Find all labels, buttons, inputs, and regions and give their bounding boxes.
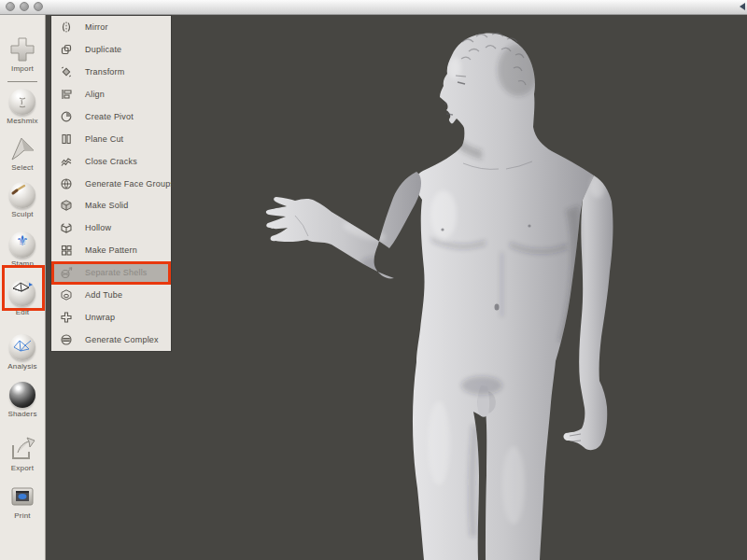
close-cracks-icon — [60, 155, 73, 168]
make-solid-icon — [60, 199, 73, 212]
sphere-wireframe-icon — [9, 280, 35, 306]
menu-item-align[interactable]: Align — [51, 83, 171, 105]
sidebar-label: Import — [0, 64, 45, 73]
close-button[interactable] — [6, 2, 15, 11]
sphere-fleur-icon: ⚜ — [9, 231, 35, 258]
sidebar-label: Print — [0, 511, 45, 520]
transform-icon — [60, 65, 73, 78]
export-arrow-icon — [9, 436, 35, 462]
menu-item-label: Hollow — [85, 223, 111, 232]
window-titlebar — [0, 0, 747, 15]
generate-complex-icon — [60, 333, 73, 346]
unwrap-icon — [60, 311, 73, 324]
menu-item-unwrap[interactable]: Unwrap — [51, 306, 171, 329]
menu-item-label: Unwrap — [85, 313, 115, 322]
sidebar-item-shaders[interactable]: Shaders — [0, 382, 45, 425]
sidebar-item-meshmix[interactable]: Meshmix — [0, 89, 45, 132]
sphere-mesh-icon — [9, 334, 35, 360]
face-groups-icon — [60, 177, 73, 190]
menu-item-label: Make Solid — [85, 201, 129, 210]
menu-item-transform[interactable]: Transform — [51, 61, 171, 83]
menu-item-label: Mirror — [85, 22, 108, 32]
sidebar-item-analysis[interactable]: Analysis — [0, 334, 45, 377]
sidebar-item-import[interactable]: Import — [0, 36, 45, 79]
add-tube-icon — [60, 288, 73, 301]
sidebar-label: Export — [0, 464, 45, 472]
sidebar-label: Stamp — [0, 259, 45, 268]
menu-item-duplicate[interactable]: Duplicate — [51, 38, 171, 61]
sidebar-item-sculpt[interactable]: Sculpt — [0, 182, 45, 225]
tool-sidebar: Import Meshmix Select Sculpt — [0, 14, 46, 560]
menu-item-label: Close Cracks — [85, 157, 137, 166]
menu-item-label: Transform — [85, 67, 124, 77]
separate-shells-icon — [60, 266, 73, 279]
titlebar-corner-icon — [738, 2, 746, 11]
plane-cut-icon — [60, 133, 73, 146]
menu-item-label: Plane Cut — [85, 134, 123, 144]
create-pivot-icon — [60, 110, 73, 123]
menu-item-generate-face-groups[interactable]: Generate Face Groups — [51, 173, 171, 195]
menu-item-label: Create Pivot — [85, 112, 134, 121]
sidebar-item-edit[interactable]: Edit — [0, 280, 45, 323]
hollow-icon — [60, 221, 73, 234]
sidebar-item-print[interactable]: Print — [0, 483, 45, 526]
menu-item-label: Generate Complex — [85, 335, 159, 344]
chrome-sphere-icon — [9, 382, 35, 408]
menu-item-label: Align — [85, 90, 105, 99]
menu-item-plane-cut[interactable]: Plane Cut — [51, 128, 171, 150]
menu-item-label: Add Tube — [85, 290, 122, 300]
duplicate-icon — [60, 43, 73, 56]
sidebar-label: Edit — [0, 308, 45, 316]
menu-item-mirror[interactable]: Mirror — [51, 16, 171, 38]
menu-item-generate-complex[interactable]: Generate Complex — [51, 329, 171, 351]
menu-item-create-pivot[interactable]: Create Pivot — [51, 105, 171, 128]
menu-item-make-solid[interactable]: Make Solid — [51, 195, 171, 217]
edit-menu-popup: Mirror Duplicate Transform Align Create … — [51, 16, 171, 351]
sidebar-label: Shaders — [0, 410, 45, 418]
sidebar-item-select[interactable]: Select — [0, 135, 45, 178]
mirror-icon — [60, 21, 73, 34]
sidebar-item-export[interactable]: Export — [0, 436, 45, 479]
menu-item-make-pattern[interactable]: Make Pattern — [51, 239, 171, 261]
align-icon — [60, 88, 73, 101]
menu-item-label: Separate Shells — [85, 268, 148, 277]
sidebar-label: Sculpt — [0, 210, 45, 218]
minimize-button[interactable] — [20, 2, 29, 11]
sidebar-label: Select — [0, 163, 45, 172]
plus-icon — [9, 36, 35, 63]
sidebar-label: Meshmix — [0, 117, 45, 125]
sphere-face-icon — [9, 89, 35, 115]
sidebar-item-stamp[interactable]: ⚜ Stamp — [0, 231, 45, 274]
menu-item-add-tube[interactable]: Add Tube — [51, 284, 171, 306]
zoom-button[interactable] — [34, 2, 43, 11]
sidebar-divider — [7, 81, 37, 82]
printer-icon — [9, 483, 35, 510]
cursor-arrow-icon — [9, 135, 35, 161]
menu-item-hollow[interactable]: Hollow — [51, 217, 171, 239]
statue-figure — [266, 33, 613, 560]
menu-item-separate-shells[interactable]: Separate Shells — [51, 261, 171, 284]
make-pattern-icon — [60, 244, 73, 257]
menu-item-label: Duplicate — [85, 45, 121, 54]
menu-item-close-cracks[interactable]: Close Cracks — [51, 150, 171, 173]
menu-item-label: Generate Face Groups — [85, 179, 175, 189]
sidebar-label: Analysis — [0, 362, 45, 371]
menu-item-label: Make Pattern — [85, 245, 137, 255]
sphere-brush-icon — [9, 182, 35, 208]
